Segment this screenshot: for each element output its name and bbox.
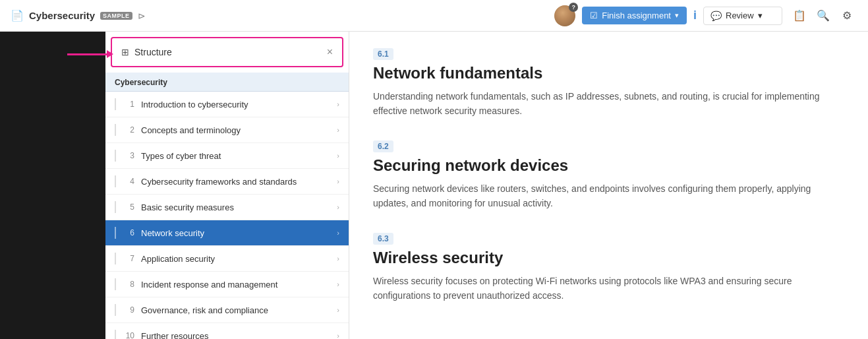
item-label: Cybersecurity frameworks and standards [141, 177, 330, 187]
content-section-2: 6.2 Securing network devices Securing ne… [373, 140, 844, 211]
item-label: Incident response and management [141, 280, 330, 290]
item-num: 9 [123, 305, 134, 315]
pin-icon[interactable]: ⊳ [138, 11, 146, 21]
structure-header[interactable]: ⊞ Structure × [111, 37, 343, 67]
item-num: 4 [123, 177, 134, 186]
item-num: 7 [123, 254, 134, 263]
item-num: 6 [123, 228, 134, 237]
sidebar-panel: ⊞ Structure × Cybersecurity 1 Introducti… [105, 32, 349, 339]
review-chevron-icon: ▾ [758, 11, 763, 20]
item-label: Concepts and terminology [141, 125, 330, 135]
left-panel [0, 32, 105, 339]
section-title-3: Wireless security [373, 249, 844, 267]
document-icon: 📄 [11, 9, 24, 22]
item-label: Further resources [141, 331, 330, 340]
settings-button[interactable]: ⚙ [836, 5, 857, 26]
checkmark-icon: ☑ [590, 11, 598, 20]
item-num: 1 [123, 100, 134, 109]
sidebar-item-3[interactable]: 3 Types of cyber threat › [105, 143, 349, 169]
topbar-right: ? ☑ Finish assignment ▾ i 💬 Review ▾ 📋 🔍… [554, 5, 857, 26]
finish-assignment-button[interactable]: ☑ Finish assignment ▾ [582, 7, 687, 24]
item-label: Network security [141, 228, 330, 238]
avatar-wrap: ? [554, 5, 575, 26]
item-line [115, 150, 116, 162]
chevron-icon: › [337, 177, 339, 185]
sidebar-item-7[interactable]: 7 Application security › [105, 246, 349, 272]
topbar: 📄 Cybersecurity SAMPLE ⊳ ? ☑ Finish assi… [0, 0, 868, 32]
section-desc-2: Securing network devices like routers, s… [373, 181, 844, 211]
sidebar-item-8[interactable]: 8 Incident response and management › [105, 272, 349, 297]
info-icon[interactable]: i [693, 9, 697, 22]
review-dropdown[interactable]: 💬 Review ▾ [703, 7, 782, 25]
item-label: Types of cyber threat [141, 151, 330, 161]
item-line [115, 98, 116, 110]
chevron-icon: › [337, 255, 339, 262]
item-label: Basic security measures [141, 202, 330, 212]
sidebar-item-6[interactable]: 6 Network security › [105, 220, 349, 246]
item-line [115, 201, 116, 213]
item-num: 5 [123, 202, 134, 212]
item-line [115, 227, 116, 239]
item-line [115, 253, 116, 264]
item-line [115, 278, 116, 290]
sidebar-items: 1 Introduction to cybersecurity › 2 Conc… [105, 92, 349, 339]
sidebar-item-9[interactable]: 9 Governance, risk and compliance › [105, 297, 349, 323]
app-title: Cybersecurity [29, 10, 95, 21]
section-title-1: Network fundamentals [373, 64, 844, 82]
item-line [115, 304, 116, 316]
content-area: 6.1 Network fundamentals Understanding n… [349, 32, 868, 339]
page-icon-button[interactable]: 📋 [789, 5, 810, 26]
help-badge[interactable]: ? [569, 3, 578, 12]
topbar-actions: 📋 🔍 ⚙ [789, 5, 857, 26]
item-label: Application security [141, 254, 330, 264]
finish-label: Finish assignment [602, 11, 671, 20]
sidebar-item-10[interactable]: 10 Further resources › [105, 323, 349, 339]
chevron-icon: › [337, 126, 339, 134]
main-layout: ⊞ Structure × Cybersecurity 1 Introducti… [0, 32, 868, 339]
chevron-icon: › [337, 100, 339, 108]
item-num: 2 [123, 125, 134, 135]
sidebar-item-1[interactable]: 1 Introduction to cybersecurity › [105, 92, 349, 117]
arrow-head [107, 50, 113, 58]
section-desc-1: Understanding network fundamentals, such… [373, 89, 844, 119]
chevron-icon: › [337, 203, 339, 211]
structure-title: Structure [134, 47, 322, 57]
content-section-3: 6.3 Wireless security Wireless security … [373, 232, 844, 303]
item-line [115, 175, 116, 187]
item-label: Introduction to cybersecurity [141, 100, 330, 109]
finish-chevron-icon: ▾ [675, 11, 679, 20]
sample-badge: SAMPLE [100, 12, 132, 20]
item-line [115, 124, 116, 136]
section-desc-3: Wireless security focuses on protecting … [373, 274, 844, 303]
item-num: 3 [123, 151, 134, 160]
item-num: 8 [123, 280, 134, 289]
section-number-2: 6.2 [373, 140, 393, 152]
topbar-left: 📄 Cybersecurity SAMPLE ⊳ [11, 9, 549, 22]
item-num: 10 [123, 331, 134, 339]
chevron-icon: › [337, 152, 339, 160]
arrow-shaft [67, 53, 107, 55]
content-section-1: 6.1 Network fundamentals Understanding n… [373, 47, 844, 119]
chevron-icon: › [337, 229, 339, 237]
review-label: Review [726, 11, 754, 20]
sidebar-item-4[interactable]: 4 Cybersecurity frameworks and standards… [105, 169, 349, 195]
sidebar-section-label: Cybersecurity [105, 73, 349, 92]
structure-icon: ⊞ [121, 47, 129, 57]
sidebar-item-5[interactable]: 5 Basic security measures › [105, 195, 349, 220]
chevron-icon: › [337, 332, 339, 339]
close-button[interactable]: × [327, 46, 333, 58]
section-number-1: 6.1 [373, 48, 393, 60]
sidebar-item-2[interactable]: 2 Concepts and terminology › [105, 117, 349, 143]
item-line [115, 330, 116, 339]
comment-icon: 💬 [710, 11, 722, 21]
chevron-icon: › [337, 306, 339, 314]
item-label: Governance, risk and compliance [141, 305, 330, 315]
arrow-indicator [67, 50, 113, 58]
section-number-3: 6.3 [373, 233, 393, 245]
search-button[interactable]: 🔍 [813, 5, 834, 26]
section-title-2: Securing network devices [373, 156, 844, 175]
chevron-icon: › [337, 280, 339, 288]
